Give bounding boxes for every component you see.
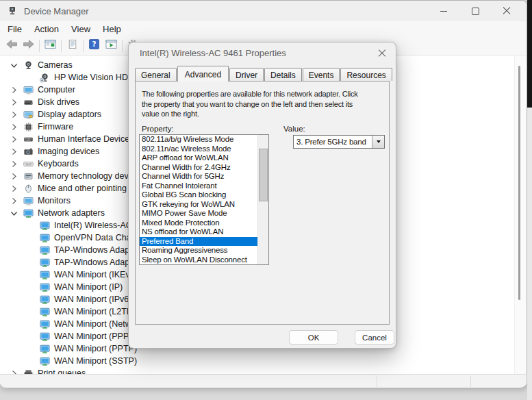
back-arrow	[5, 39, 18, 52]
menu-file[interactable]: File	[1, 23, 28, 36]
status-bar-divider	[377, 376, 377, 387]
listbox-scrollbar-thumb[interactable]	[259, 149, 268, 201]
help-icon[interactable]: ?	[86, 38, 103, 54]
value-combobox[interactable]: 3. Prefer 5GHz band	[293, 135, 385, 149]
hid-icon	[23, 134, 34, 145]
toolbar-separator	[83, 40, 84, 52]
chevron-right-icon[interactable]	[10, 173, 18, 180]
tree-item[interactable]: WAN Miniport (SSTP)	[0, 355, 514, 367]
tab-details[interactable]: Details	[264, 68, 302, 81]
desktop-edge	[527, 108, 532, 400]
tree-item-label: Keyboards	[38, 159, 79, 168]
chevron-right-icon[interactable]	[10, 197, 18, 205]
property-list-item[interactable]: Channel Width for 5GHz	[140, 172, 257, 182]
tree-item-label: Computer	[38, 85, 75, 95]
tab-general[interactable]: General	[135, 68, 177, 81]
property-list-item[interactable]: Mixed Mode Protection	[140, 218, 257, 228]
property-label: Property:	[142, 125, 174, 133]
mouse-icon	[23, 184, 34, 194]
network-icon	[40, 282, 50, 292]
chevron-right-icon[interactable]	[10, 86, 18, 94]
maximize-icon	[472, 8, 479, 15]
property-list-item[interactable]: Preferred Band	[140, 237, 257, 247]
window-title: Device Manager	[24, 6, 89, 16]
back-arrow[interactable]	[3, 38, 20, 54]
chevron-right-icon[interactable]	[10, 160, 18, 168]
menu-action[interactable]: Action	[28, 23, 65, 36]
chevron-right-icon[interactable]	[10, 185, 18, 192]
network-icon	[40, 319, 50, 329]
tree-item[interactable]: Print queues	[0, 367, 514, 374]
svg-text:?: ?	[92, 40, 96, 48]
help-icon: ?	[89, 39, 99, 52]
property-list-item[interactable]: ARP offload for WoWLAN	[140, 153, 257, 163]
tree-item-label: WAN Miniport (IP)	[54, 282, 123, 292]
chevron-right-icon[interactable]	[10, 148, 18, 155]
tree-item-label: Monitors	[38, 196, 71, 205]
cancel-button[interactable]: Cancel	[355, 330, 394, 345]
imaging-icon	[23, 147, 34, 157]
maximize-button[interactable]	[459, 1, 491, 21]
combobox-value: 3. Prefer 5GHz band	[294, 138, 372, 146]
property-list-item[interactable]: Channel Width for 2.4GHz	[140, 163, 257, 173]
combobox-dropdown-button[interactable]	[372, 136, 384, 148]
property-list-item[interactable]: Roaming Aggressiveness	[140, 246, 257, 255]
chevron-down-icon[interactable]	[10, 62, 18, 69]
tree-item-label: WAN Miniport (PPTP)	[54, 344, 137, 353]
chip-icon	[23, 122, 34, 132]
property-list-item[interactable]: Sleep on WoWLAN Disconnect	[140, 255, 257, 265]
tree-item-label: WAN Miniport (IKEv2)	[54, 270, 138, 279]
tree-item-label: Firmware	[38, 122, 73, 132]
forward-arrow[interactable]	[20, 38, 37, 54]
tab-resources[interactable]: Resources	[340, 68, 392, 81]
desktop: Device Manager FileActionViewHelp ? Came…	[0, 0, 532, 400]
tab-events[interactable]: Events	[303, 68, 340, 81]
status-bar-divider	[470, 376, 471, 387]
menu-view[interactable]: View	[65, 23, 97, 36]
network-icon	[40, 270, 50, 280]
dialog-close-icon[interactable]	[377, 49, 387, 58]
property-list-item[interactable]: Fat Channel Intolerant	[140, 182, 257, 191]
camera-disabled-icon	[40, 73, 50, 83]
chevron-right-icon[interactable]	[10, 99, 18, 106]
tree-item-label: Cameras	[38, 60, 73, 70]
property-list-item[interactable]: 802.11a/b/g Wireless Mode	[140, 135, 257, 145]
chevron-down-icon[interactable]	[10, 210, 18, 217]
property-list-item[interactable]: 802.11n/ac Wireless Mode	[140, 145, 257, 154]
tree-item-label: Human Interface Devices	[38, 134, 134, 144]
property-list-item[interactable]: GTK rekeying for WoWLAN	[140, 200, 257, 210]
toolbar-separator	[39, 40, 40, 52]
minimize-button[interactable]	[428, 1, 459, 21]
disk-icon	[23, 97, 34, 108]
menu-help[interactable]: Help	[97, 23, 127, 36]
chevron-right-icon[interactable]	[10, 136, 18, 143]
properties-icon[interactable]	[64, 38, 81, 54]
property-list-item[interactable]: MIMO Power Save Mode	[140, 209, 257, 218]
toolbar-separator	[61, 40, 62, 52]
computer-icon	[23, 196, 34, 206]
show-console-tree-icon[interactable]	[42, 38, 59, 54]
tab-advanced[interactable]: Advanced	[177, 66, 229, 82]
network-icon	[40, 295, 50, 305]
property-list-item[interactable]: NS offload for WoWLAN	[140, 227, 257, 237]
title-bar: Device Manager	[0, 1, 527, 21]
tab-driver[interactable]: Driver	[229, 68, 264, 81]
description-line: value on the right.	[142, 109, 358, 119]
tree-item-label: Print queues	[38, 368, 86, 374]
scan-hardware-changes-icon	[105, 39, 117, 52]
tree-item-label: Display adaptors	[38, 110, 101, 119]
scan-hardware-changes-icon[interactable]	[103, 38, 120, 54]
ok-button[interactable]: OK	[289, 330, 338, 345]
listbox-scrollbar-track[interactable]	[257, 135, 268, 264]
close-button[interactable]	[491, 1, 522, 21]
tree-item-label: Disk drives	[38, 97, 79, 107]
chevron-right-icon[interactable]	[10, 111, 18, 118]
tree-item-label: WAN Miniport (SSTP)	[54, 356, 137, 366]
advanced-tab-page: The following properties are available f…	[135, 81, 390, 325]
property-list-item[interactable]: Global BG Scan blocking	[140, 190, 257, 200]
tree-scrollbar-thumb[interactable]	[518, 66, 520, 300]
network-icon	[40, 258, 50, 268]
description-line: The following properties are available f…	[142, 89, 358, 99]
chevron-right-icon[interactable]	[10, 123, 18, 131]
tree-scrollbar-track[interactable]	[514, 56, 527, 374]
